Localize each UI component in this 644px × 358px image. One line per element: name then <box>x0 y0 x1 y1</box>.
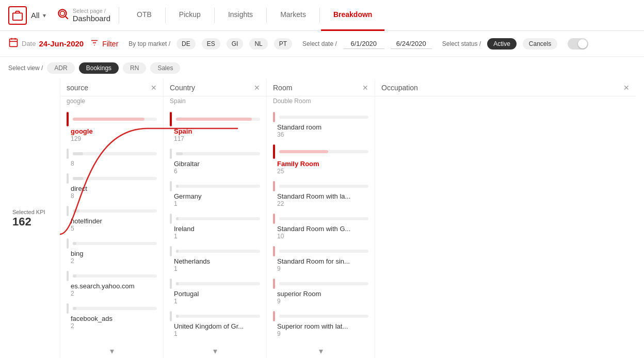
nav-links: OTB Pickup Insights Markets Breakdown <box>124 0 636 31</box>
source-item-2[interactable]: 8 <box>60 147 163 171</box>
date-from-input[interactable] <box>343 39 384 49</box>
source-item-yahoo[interactable]: es.search.yahoo.com 2 <box>60 269 163 301</box>
room-bar-superior-fill <box>279 282 297 285</box>
status-cancels-tag[interactable]: Cancels <box>523 38 557 50</box>
source-item-facebook-name: facebook_ads <box>71 315 157 322</box>
room-bar-stdsin-bg <box>279 250 368 253</box>
country-column-items: Spain 117 Gibraltar <box>164 108 266 344</box>
source-column-name: source <box>67 84 88 92</box>
occupation-selected-value <box>375 96 636 101</box>
date-to-input[interactable] <box>391 39 432 49</box>
room-column-chevron[interactable]: ▾ <box>267 344 375 358</box>
room-item-superior-lat[interactable]: Superior room with lat... 9 <box>267 309 375 341</box>
source-item-facebook[interactable]: facebook_ads 2 <box>60 301 163 334</box>
source-clear-icon[interactable]: ✕ <box>151 84 157 92</box>
country-item-netherlands[interactable]: Netherlands 1 <box>164 244 266 276</box>
nav-link-pickup[interactable]: Pickup <box>167 0 213 31</box>
room-bar-superiorlat-indicator <box>273 311 275 321</box>
source-item-bing[interactable]: bing 2 <box>60 236 163 269</box>
svg-rect-4 <box>10 39 18 46</box>
view-rn[interactable]: RN <box>123 62 146 74</box>
view-label: Select view / <box>8 64 43 72</box>
source-item-2-value: 8 <box>71 160 157 167</box>
room-bar-standard-indicator <box>273 112 275 122</box>
nav-link-otb[interactable]: OTB <box>124 0 164 31</box>
source-bar-hotelfinder-fill <box>73 209 79 213</box>
country-clear-icon[interactable]: ✕ <box>254 84 260 92</box>
country-item-gibraltar-name: Gibraltar <box>174 160 260 168</box>
country-column-name: Country <box>170 84 195 92</box>
room-item-standard-value: 36 <box>277 131 368 138</box>
country-bar-germany-fill <box>176 185 179 188</box>
occupation-clear-icon[interactable]: ✕ <box>623 84 630 92</box>
country-column-chevron[interactable]: ▾ <box>164 344 266 358</box>
page-select-area: Select page / Dashboard <box>56 7 119 24</box>
room-item-standard[interactable]: Standard room 36 <box>267 110 375 142</box>
room-bar-stdsin-fill <box>279 250 297 253</box>
country-bar-netherlands-bg <box>176 250 260 253</box>
source-item-direct[interactable]: direct 8 <box>60 171 163 204</box>
room-clear-icon[interactable]: ✕ <box>362 84 368 92</box>
country-item-ireland[interactable]: Ireland 1 <box>164 211 266 244</box>
nav-link-insights[interactable]: Insights <box>216 0 265 31</box>
country-item-spain[interactable]: Spain 117 <box>164 110 266 147</box>
view-sales[interactable]: Sales <box>150 62 180 74</box>
country-item-uk[interactable]: United Kingdom of Gr... 1 <box>164 309 266 341</box>
market-nl[interactable]: NL <box>249 38 267 50</box>
source-column-chevron[interactable]: ▾ <box>60 344 163 358</box>
room-column-items: Standard room 36 Family R <box>267 108 375 344</box>
country-item-ireland-name: Ireland <box>174 225 260 233</box>
room-item-standard-g[interactable]: Standard Room with G... 10 <box>267 211 375 244</box>
svg-rect-0 <box>13 13 22 20</box>
country-selected-value: Spain <box>164 96 266 108</box>
view-adr[interactable]: ADR <box>47 62 74 74</box>
country-item-ireland-value: 1 <box>174 233 260 240</box>
country-bar-portugal-indicator <box>170 279 172 289</box>
date-value[interactable]: 24-Jun-2020 <box>39 39 84 48</box>
room-item-superior[interactable]: superior Room 9 <box>267 276 375 309</box>
columns-container: source ✕ google google <box>60 79 636 358</box>
source-item-hotelfinder[interactable]: hotelfinder 5 <box>60 204 163 236</box>
source-bar-bing-bg <box>73 242 157 245</box>
country-bar-gibraltar-fill <box>176 152 183 155</box>
page-select-label: Select page / <box>73 8 110 14</box>
country-item-germany[interactable]: Germany 1 <box>164 179 266 211</box>
nav-link-markets[interactable]: Markets <box>268 0 318 31</box>
country-item-portugal[interactable]: Portugal 1 <box>164 276 266 309</box>
room-item-family-value: 25 <box>277 168 368 175</box>
status-active-tag[interactable]: Active <box>487 38 517 50</box>
country-item-gibraltar[interactable]: Gibraltar 6 <box>164 147 266 179</box>
country-bar-netherlands-fill <box>176 250 179 253</box>
room-item-standard-sin[interactable]: Standard Room for sin... 9 <box>267 244 375 276</box>
toggle-switch[interactable] <box>568 38 588 50</box>
calendar-icon <box>8 37 19 50</box>
filter-section[interactable]: Filter <box>90 38 118 50</box>
country-bar-germany-indicator <box>170 181 172 191</box>
market-es[interactable]: ES <box>202 38 220 50</box>
top-navigation: All ▾ Select page / Dashboard OTB Pickup… <box>0 0 644 31</box>
view-bookings[interactable]: Bookings <box>79 62 119 74</box>
source-item-google[interactable]: google 129 <box>60 110 163 147</box>
source-bar-2-fill <box>73 152 83 155</box>
date-label: Date <box>22 40 36 47</box>
source-bar-facebook-indicator <box>67 303 69 314</box>
room-item-stdsin-value: 9 <box>277 265 368 272</box>
market-pt[interactable]: PT <box>274 38 292 50</box>
source-item-direct-name: direct <box>71 185 157 192</box>
country-bar-portugal-bg <box>176 282 260 285</box>
top-market-label: By top market / <box>128 40 170 47</box>
page-select-value[interactable]: Dashboard <box>73 14 110 23</box>
source-item-yahoo-value: 2 <box>71 290 157 297</box>
room-bar-stdla-indicator <box>273 181 275 191</box>
market-de[interactable]: DE <box>176 38 196 50</box>
room-item-family[interactable]: Family Room 25 <box>267 142 375 179</box>
room-bar-stdsin-indicator <box>273 246 275 256</box>
market-gi[interactable]: GI <box>227 38 244 50</box>
room-bar-superiorlat-bg <box>279 315 368 318</box>
hotel-selector[interactable]: All ▾ <box>31 11 46 20</box>
country-item-netherlands-name: Netherlands <box>174 257 260 265</box>
source-column-items: google 129 <box>60 108 163 344</box>
nav-link-breakdown[interactable]: Breakdown <box>321 0 384 31</box>
room-item-standard-la[interactable]: Standard Room with la... 22 <box>267 179 375 211</box>
country-bar-netherlands-indicator <box>170 246 172 256</box>
